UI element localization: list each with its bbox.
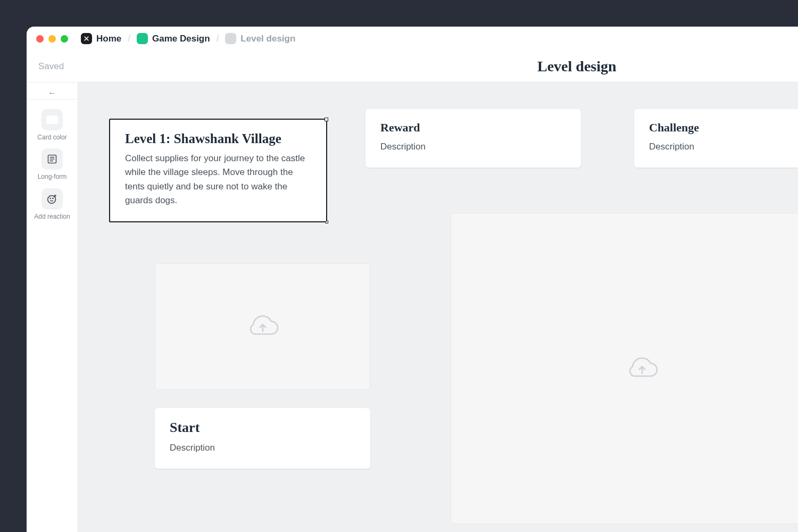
breadcrumb-current[interactable]: Level design <box>225 33 295 44</box>
zoom-icon[interactable] <box>61 35 68 43</box>
arrow-left-icon[interactable]: ← <box>48 88 56 98</box>
card-body: Collect supplies for your journey to the… <box>125 152 311 207</box>
upload-tile-large[interactable] <box>451 213 798 524</box>
card-title: Start <box>170 420 355 436</box>
card-body: Description <box>649 140 798 154</box>
page-title: Level design <box>537 58 617 75</box>
title-bar: Saved Level design <box>27 51 798 82</box>
card-title: Level 1: Shawshank Village <box>125 131 311 146</box>
add-reaction-icon <box>41 188 63 210</box>
breadcrumb-parent-label: Game Design <box>152 34 210 44</box>
sidebar-back-row: ← <box>27 87 78 99</box>
window-controls <box>36 35 68 43</box>
sidebar-add-reaction-label: Add reaction <box>34 213 70 220</box>
sidebar-card-color[interactable]: Card color <box>37 109 66 141</box>
breadcrumb-current-label: Level design <box>240 34 295 44</box>
card-body: Description <box>380 140 566 154</box>
save-status: Saved <box>38 61 64 72</box>
cloud-upload-icon <box>246 313 280 340</box>
resize-handle[interactable] <box>325 220 328 223</box>
card-body: Description <box>170 441 355 455</box>
sidebar: ← Card color Long-form <box>27 82 78 532</box>
card-start[interactable]: Start Description <box>155 408 370 469</box>
app-window: Home / Game Design / Level design Saved … <box>27 27 798 532</box>
svg-point-3 <box>53 198 53 198</box>
close-icon[interactable] <box>36 35 44 43</box>
upload-tile[interactable] <box>155 263 370 390</box>
card-title: Reward <box>380 121 566 135</box>
card-reward[interactable]: Reward Description <box>365 109 581 168</box>
breadcrumb: Home / Game Design / Level design <box>81 33 295 44</box>
breadcrumb-sep: / <box>128 34 130 44</box>
resize-handle[interactable] <box>325 118 328 121</box>
topbar: Home / Game Design / Level design <box>27 27 798 51</box>
sidebar-long-form[interactable]: Long-form <box>38 148 67 180</box>
svg-point-2 <box>50 198 51 198</box>
minimize-icon[interactable] <box>48 35 56 43</box>
cloud-upload-icon <box>625 354 659 383</box>
card-level1[interactable]: Level 1: Shawshank Village Collect suppl… <box>109 119 327 222</box>
body: ← Card color Long-form <box>27 82 798 532</box>
long-form-icon <box>41 148 63 170</box>
breadcrumb-home-label: Home <box>96 34 121 44</box>
breadcrumb-parent[interactable]: Game Design <box>137 33 210 44</box>
sidebar-long-form-label: Long-form <box>38 173 67 180</box>
canvas[interactable]: Level 1: Shawshank Village Collect suppl… <box>78 82 798 532</box>
home-icon <box>81 33 92 44</box>
card-color-icon <box>41 109 63 130</box>
sidebar-card-color-label: Card color <box>37 134 66 141</box>
card-challenge[interactable]: Challenge Description <box>634 109 798 168</box>
card-title: Challenge <box>649 121 798 135</box>
sidebar-add-reaction[interactable]: Add reaction <box>34 188 70 220</box>
folder-icon <box>137 33 148 44</box>
breadcrumb-sep: / <box>217 34 219 44</box>
svg-point-1 <box>48 195 56 203</box>
page-icon <box>225 33 236 44</box>
breadcrumb-home[interactable]: Home <box>81 33 121 44</box>
